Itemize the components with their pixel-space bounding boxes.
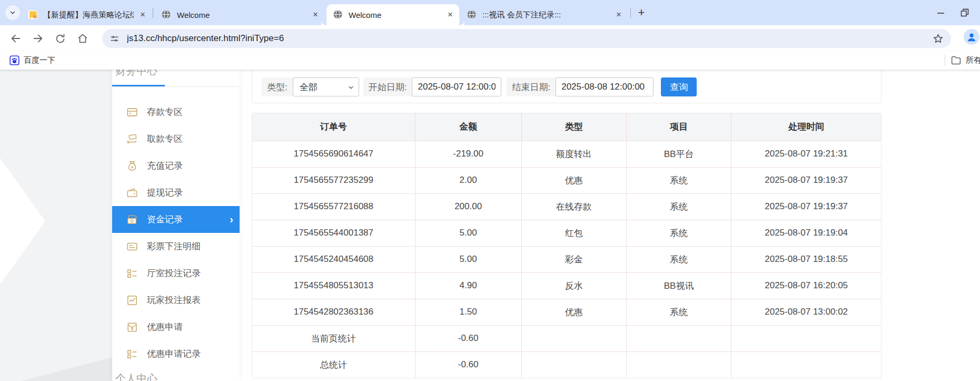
bookmark-star-icon[interactable] xyxy=(933,33,944,44)
recharge-record-icon: ¥ xyxy=(126,160,138,172)
end-date-label: 结束日期: xyxy=(507,77,556,96)
tab-close-icon[interactable]: × xyxy=(614,10,623,19)
profile-avatar[interactable] xyxy=(964,29,979,45)
site-settings-icon[interactable] xyxy=(110,34,120,44)
address-bar[interactable]: js13.cc/hhcp/usercenter.html?iniType=6 xyxy=(102,29,951,48)
table-cell: 2025-08-07 13:00:02 xyxy=(731,299,881,325)
table-cell xyxy=(521,351,626,378)
table-row: 17545655440013875.00红包系统2025-08-07 19:19… xyxy=(252,220,881,246)
table-cell: 优惠 xyxy=(521,167,626,193)
column-header: 类型 xyxy=(521,113,626,141)
room-bet-record-icon xyxy=(126,268,138,279)
table-row: 17545452404546085.00彩金系统2025-08-07 19:18… xyxy=(252,246,881,272)
globe-icon xyxy=(333,9,343,20)
tab-title: Welcome xyxy=(349,11,441,19)
table-cell: 系统 xyxy=(626,299,731,325)
sidebar-item-withdraw-record[interactable]: 提现记录 xyxy=(112,179,240,206)
sidebar-item-label: 资金记录 xyxy=(147,213,183,226)
tab-welcome-active[interactable]: Welcome × xyxy=(326,4,459,25)
globe-icon xyxy=(467,9,477,20)
tab-video-records[interactable]: :::视讯 会员下注纪录::: × xyxy=(460,4,628,25)
sidebar: 财务中心 存款专区取款专区¥充值记录提现记录资金记录›彩票下注明细厅室投注记录玩… xyxy=(112,70,240,381)
type-select[interactable]: 全部 xyxy=(293,77,359,96)
tab-title: Welcome xyxy=(177,11,306,19)
browser-toolbar: js13.cc/hhcp/usercenter.html?iniType=6 xyxy=(0,25,980,51)
sidebar-item-funds-record[interactable]: 资金记录› xyxy=(112,206,240,233)
forum-icon xyxy=(27,9,38,20)
table-row: 总统计-0.60 xyxy=(252,351,881,378)
table-cell: -219.00 xyxy=(415,141,521,167)
table-cell: BB视讯 xyxy=(626,272,731,299)
sidebar-item-lottery-bet-detail[interactable]: 彩票下注明细 xyxy=(112,233,240,260)
section-title: 财务中心 xyxy=(115,70,157,78)
divider xyxy=(945,55,945,65)
table-cell: 系统 xyxy=(626,246,731,272)
baidu-paw-icon xyxy=(9,55,19,65)
table-cell: 当前页统计 xyxy=(252,325,415,351)
table-cell xyxy=(521,325,626,351)
table-cell: 5.00 xyxy=(415,246,521,272)
filter-bar: 类型: 全部 开始日期: 结束日期: 查询 xyxy=(252,70,882,103)
tab-title: 【新提醒】海燕策略论坛综合交 xyxy=(43,10,134,20)
sidebar-item-label: 优惠申请记录 xyxy=(147,348,201,360)
promo-apply-record-icon xyxy=(126,348,138,360)
active-underline xyxy=(112,85,165,86)
table-header-row: 订单号金额类型项目处理时间 xyxy=(252,113,881,141)
tab-separator xyxy=(153,8,153,18)
forward-icon[interactable] xyxy=(31,31,45,46)
withdraw-icon xyxy=(126,133,138,145)
sidebar-item-withdraw[interactable]: 取款专区 xyxy=(112,125,240,152)
globe-icon xyxy=(161,9,172,20)
sidebar-item-promo-apply-record[interactable]: 优惠申请记录 xyxy=(112,340,240,367)
sidebar-item-promo-apply[interactable]: ¥优惠申请 xyxy=(112,314,240,340)
chevron-down-icon xyxy=(348,84,354,91)
table-row: 17545548055130134.90反水BB视讯2025-08-07 16:… xyxy=(252,272,881,299)
tab-strip: 【新提醒】海燕策略论坛综合交 × Welcome × Welcome × :::… xyxy=(0,0,980,25)
page-content: 财务中心 存款专区取款专区¥充值记录提现记录资金记录›彩票下注明细厅室投注记录玩… xyxy=(0,70,980,381)
back-icon[interactable] xyxy=(8,31,23,46)
tab-close-icon[interactable]: × xyxy=(138,10,147,19)
table-cell xyxy=(731,351,881,378)
sidebar-section-personal: 个人中心 xyxy=(115,372,157,381)
url-text[interactable]: js13.cc/hhcp/usercenter.html?iniType=6 xyxy=(127,33,928,44)
tab-forum[interactable]: 【新提醒】海燕策略论坛综合交 × xyxy=(21,4,152,25)
all-bookmarks-label: 所有书签 xyxy=(966,55,980,65)
sidebar-item-room-bet-record[interactable]: 厅室投注记录 xyxy=(112,260,240,287)
table-cell: 1754565577235299 xyxy=(252,167,415,193)
table-cell: 系统 xyxy=(626,220,731,246)
chevron-down-icon xyxy=(9,9,16,16)
tab-close-icon[interactable]: × xyxy=(446,10,455,19)
table-cell: 1754565577216088 xyxy=(252,193,415,220)
records-table-card: 订单号金额类型项目处理时间 1754565690614647-219.00额度转… xyxy=(252,113,882,378)
table-cell: 额度转出 xyxy=(521,141,626,167)
window-controls xyxy=(928,5,980,20)
new-tab-button[interactable]: + xyxy=(634,5,649,20)
table-cell: 2025-08-07 16:20:05 xyxy=(731,272,881,299)
sidebar-item-label: 厅室投注记录 xyxy=(147,267,201,279)
sidebar-item-recharge-record[interactable]: ¥充值记录 xyxy=(112,152,240,179)
sidebar-section-finance: 财务中心 xyxy=(112,70,240,87)
table-cell: 2025-08-07 19:19:37 xyxy=(731,193,881,220)
end-date-input[interactable] xyxy=(556,77,654,96)
all-bookmarks[interactable]: 所有书签 xyxy=(945,53,980,67)
home-icon[interactable] xyxy=(75,31,90,46)
sidebar-item-deposit[interactable]: 存款专区 xyxy=(112,99,240,125)
tab-search-button[interactable] xyxy=(5,5,20,20)
table-row: 17545655772352992.00优惠系统2025-08-07 19:19… xyxy=(252,167,881,193)
tab-welcome-1[interactable]: Welcome × xyxy=(155,4,324,25)
table-cell: 优惠 xyxy=(521,299,626,325)
tab-close-icon[interactable]: × xyxy=(311,10,320,19)
sidebar-item-player-bet-report[interactable]: 玩家投注报表 xyxy=(112,287,240,314)
folder-icon xyxy=(951,55,962,66)
reload-icon[interactable] xyxy=(53,31,67,46)
query-button[interactable]: 查询 xyxy=(661,77,697,96)
restore-button[interactable] xyxy=(953,5,977,20)
table-cell: 5.00 xyxy=(415,220,521,246)
table-cell: 系统 xyxy=(626,193,731,220)
sidebar-item-label: 彩票下注明细 xyxy=(147,240,201,252)
start-date-input[interactable] xyxy=(412,77,501,96)
table-cell: -0.60 xyxy=(415,351,521,378)
sidebar-item-label: 提现记录 xyxy=(147,187,183,199)
bookmark-baidu[interactable]: 百度一下 xyxy=(5,53,60,67)
minimize-button[interactable] xyxy=(928,5,953,20)
